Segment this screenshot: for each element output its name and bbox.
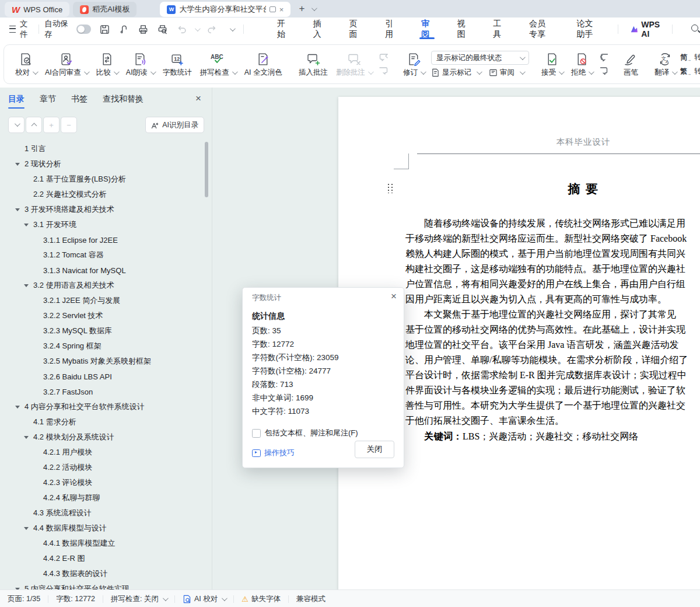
- outline-item[interactable]: 3 开发环境搭建及相关技术: [0, 202, 204, 217]
- sidebar-tab-outline[interactable]: 目录: [8, 88, 24, 111]
- sidebar-scrollbar[interactable]: [205, 142, 208, 197]
- review-pane-button[interactable]: 审阅: [489, 68, 524, 78]
- outline-item[interactable]: 3.2.7 FastJson: [0, 384, 204, 399]
- delete-comment-button[interactable]: 删除批注: [332, 48, 376, 80]
- popup-window-icon[interactable]: [270, 5, 276, 14]
- ai-read-aloud-button[interactable]: AI朗读: [122, 48, 159, 80]
- collapse-arrow-icon[interactable]: [24, 527, 33, 530]
- proofread-button[interactable]: 校对: [11, 48, 41, 80]
- include-textbox-checkbox-row[interactable]: 包括文本框、脚注和尾注(F): [252, 428, 358, 438]
- undo-icon[interactable]: [176, 24, 188, 34]
- search-icon[interactable]: [691, 24, 700, 34]
- ribbon-tab-insert[interactable]: 插入: [301, 18, 337, 41]
- traditional-to-simplified-button[interactable]: 繁→ 转简: [680, 67, 700, 76]
- sidebar-close-icon[interactable]: ×: [195, 93, 201, 103]
- tab-docer-templates[interactable]: 稻壳AI模板: [73, 2, 136, 17]
- spell-check-button[interactable]: ABC 拼写检查: [196, 48, 240, 80]
- outline-item[interactable]: 4.4 数据库模型与设计: [0, 521, 204, 536]
- page-indicator[interactable]: 页面: 1/35: [0, 594, 48, 604]
- simplified-to-traditional-button[interactable]: 简→ 转繁: [680, 53, 700, 62]
- ribbon-tab-view[interactable]: 视图: [445, 18, 481, 41]
- collapse-arrow-icon[interactable]: [24, 284, 33, 287]
- outline-item[interactable]: 3.2.6 Baidu LBS API: [0, 369, 204, 384]
- ai-contract-review-button[interactable]: AI合同审查: [41, 48, 92, 80]
- print-icon[interactable]: [138, 24, 149, 35]
- redo-icon[interactable]: [206, 24, 218, 34]
- outline-demote-button[interactable]: −: [61, 117, 77, 133]
- show-markup-button[interactable]: 显示标记: [431, 68, 481, 78]
- ai-recognize-outline-button[interactable]: AI识别目录: [145, 117, 204, 133]
- new-tab-button[interactable]: +: [299, 3, 304, 15]
- ai-proofread-indicator[interactable]: AI 校对: [175, 594, 233, 604]
- ink-button[interactable]: 画笔: [620, 48, 642, 80]
- ribbon-tab-member[interactable]: 会员专享: [517, 18, 564, 41]
- close-tab-icon[interactable]: ×: [279, 5, 284, 14]
- tab-wps-office[interactable]: W WPS Office: [5, 2, 69, 17]
- tab-list-chevron-icon[interactable]: [312, 5, 317, 11]
- wps-ai-button[interactable]: WPS AI: [630, 20, 666, 39]
- ribbon-tab-page[interactable]: 页面: [337, 18, 373, 41]
- compatibility-mode-indicator[interactable]: 兼容模式: [289, 594, 333, 604]
- ribbon-tab-references[interactable]: 引用: [373, 18, 409, 41]
- ribbon-tab-home[interactable]: 开始: [265, 18, 301, 41]
- accept-button[interactable]: 接受: [537, 48, 567, 80]
- ai-polish-button[interactable]: AI 全文润色: [240, 48, 286, 80]
- insert-comment-button[interactable]: 插入批注: [295, 48, 332, 80]
- outline-item[interactable]: 4.4.1 数据库模型建立: [0, 536, 204, 551]
- outline-item[interactable]: 4.4.3 数据表的设计: [0, 566, 204, 581]
- autosave-control[interactable]: 自动保存: [44, 19, 91, 40]
- checkbox-icon[interactable]: [252, 429, 261, 438]
- outline-item[interactable]: 4 内容分享和社交平台软件系统设计: [0, 399, 204, 414]
- reject-button[interactable]: 拒绝: [567, 48, 597, 80]
- outline-item[interactable]: 1 引言: [0, 141, 204, 156]
- outline-item[interactable]: 2.2 兴趣社交模式分析: [0, 187, 204, 202]
- outline-item[interactable]: 3.1.1 Eclipse for J2EE: [0, 232, 204, 247]
- export-icon[interactable]: [118, 24, 130, 35]
- track-changes-button[interactable]: 修订: [399, 48, 429, 80]
- previous-change-icon[interactable]: [599, 53, 609, 62]
- tab-current-document[interactable]: W 大学生内容分享和社交平台的 ×: [160, 2, 290, 17]
- autosave-toggle[interactable]: [76, 25, 92, 34]
- ribbon-tab-review[interactable]: 审阅: [409, 18, 445, 41]
- sidebar-tab-find-replace[interactable]: 查找和替换: [103, 88, 144, 111]
- quickbar-chevron-icon[interactable]: [230, 26, 236, 32]
- outline-promote-button[interactable]: +: [43, 117, 60, 133]
- outline-item[interactable]: 3.2 使用语言及相关技术: [0, 278, 204, 293]
- collapse-arrow-icon[interactable]: [24, 224, 33, 226]
- save-icon[interactable]: [99, 24, 110, 35]
- collapse-arrow-icon[interactable]: [15, 163, 24, 166]
- file-menu[interactable]: 文件: [0, 19, 33, 40]
- previous-comment-icon[interactable]: [379, 53, 388, 62]
- dialog-close-button[interactable]: 关闭: [355, 441, 394, 458]
- outline-item[interactable]: 4.2.1 用户模块: [0, 445, 204, 460]
- outline-item[interactable]: 2 现状分析: [0, 156, 204, 172]
- outline-expand-all-button[interactable]: [8, 117, 24, 133]
- collapse-arrow-icon[interactable]: [24, 436, 33, 439]
- markup-state-dropdown[interactable]: 显示标记的最终状态: [431, 51, 529, 65]
- collapse-arrow-icon[interactable]: [15, 406, 24, 409]
- outline-item[interactable]: 3.2.5 Mybatis 对象关系映射框架: [0, 354, 204, 369]
- outline-item[interactable]: 4.2.2 活动模块: [0, 460, 204, 475]
- outline-item[interactable]: 2.1 基于位置服务(LBS)分析: [0, 172, 204, 187]
- outline-item[interactable]: 4.2.3 评论模块: [0, 475, 204, 490]
- outline-item[interactable]: 3.2.1 J2EE 简介与发展: [0, 293, 204, 308]
- outline-item[interactable]: 3.2.3 MySQL 数据库: [0, 323, 204, 339]
- undo-chevron-icon[interactable]: [195, 26, 201, 32]
- outline-item[interactable]: 5 内容分享和社交平台软件实现: [0, 581, 204, 589]
- translate-button[interactable]: 文A 翻译: [650, 48, 680, 80]
- sidebar-tab-chapters[interactable]: 章节: [40, 88, 56, 111]
- outline-item[interactable]: 4.3 系统流程设计: [0, 505, 204, 521]
- dialog-close-icon[interactable]: ×: [391, 291, 397, 302]
- outline-item[interactable]: 4.4.2 E-R 图: [0, 551, 204, 566]
- missing-font-warning[interactable]: ⚠缺失字体: [234, 594, 288, 604]
- outline-item[interactable]: 4.2 模块划分及系统设计: [0, 430, 204, 445]
- outline-item[interactable]: 3.1 开发环境: [0, 217, 204, 232]
- outline-item[interactable]: 3.1.2 Tomcat 容器: [0, 247, 204, 263]
- outline-item[interactable]: 3.2.2 Servlet 技术: [0, 308, 204, 323]
- tips-link[interactable]: 操作技巧: [252, 448, 295, 458]
- outline-item[interactable]: 3.2.4 Spring 框架: [0, 339, 204, 354]
- ribbon-tab-thesis-helper[interactable]: 论文助手: [564, 18, 611, 41]
- word-count-button[interactable]: 12 字数统计: [159, 48, 196, 80]
- spell-check-indicator[interactable]: 拼写检查: 关闭: [103, 594, 174, 604]
- outline-item[interactable]: 3.1.3 Navicat for MySQL: [0, 263, 204, 278]
